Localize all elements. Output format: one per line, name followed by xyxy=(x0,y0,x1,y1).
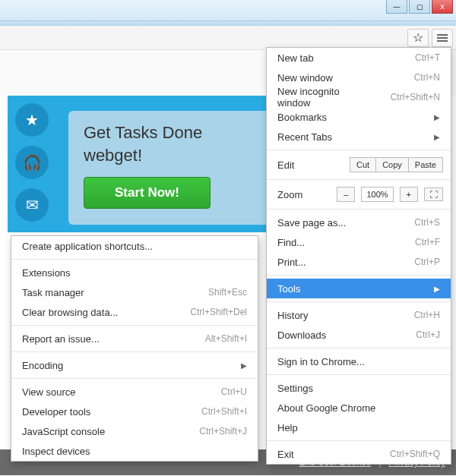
menu-print[interactable]: Print...Ctrl+P xyxy=(267,252,451,272)
hamburger-icon xyxy=(437,37,448,39)
menu-tools[interactable]: Tools▶ xyxy=(267,279,451,298)
chrome-menu-button[interactable] xyxy=(432,29,453,47)
window-titlebar: — ▢ X xyxy=(0,0,456,21)
star-icon: ☆ xyxy=(413,30,423,45)
tools-view-source[interactable]: View sourceCtrl+U xyxy=(11,382,258,402)
chrome-main-menu: New tabCtrl+T New windowCtrl+N New incog… xyxy=(266,47,451,465)
menu-find[interactable]: Find...Ctrl+F xyxy=(267,232,451,252)
menu-separator xyxy=(267,301,451,302)
menu-exit[interactable]: ExitCtrl+Shift+Q xyxy=(267,444,451,464)
menu-bookmarks[interactable]: Bookmarks▶ xyxy=(267,107,451,127)
zoom-value: 100% xyxy=(361,187,393,202)
menu-history[interactable]: HistoryCtrl+H xyxy=(267,305,451,325)
start-now-button[interactable]: Start Now! xyxy=(84,177,211,209)
menu-signin[interactable]: Sign in to Chrome... xyxy=(267,351,451,371)
menu-separator xyxy=(267,179,451,180)
zoom-label: Zoom xyxy=(274,189,331,200)
zoom-in-button[interactable]: + xyxy=(400,187,418,202)
menu-separator xyxy=(11,378,258,379)
tools-inspect-devices[interactable]: Inspect devices xyxy=(11,441,258,461)
chevron-right-icon: ▶ xyxy=(434,113,440,121)
tools-js-console[interactable]: JavaScript consoleCtrl+Shift+J xyxy=(11,421,258,441)
menu-save-as[interactable]: Save page as...Ctrl+S xyxy=(267,213,451,232)
menu-new-incognito[interactable]: New incognito windowCtrl+Shift+N xyxy=(267,87,451,107)
menu-downloads[interactable]: DownloadsCtrl+J xyxy=(267,325,451,345)
window-close-button[interactable]: X xyxy=(432,0,453,14)
copy-button[interactable]: Copy xyxy=(376,157,409,172)
mail-icon[interactable]: ✉ xyxy=(15,188,49,222)
menu-separator xyxy=(267,374,451,375)
tools-encoding[interactable]: Encoding▶ xyxy=(11,355,258,375)
tools-task-manager[interactable]: Task managerShift+Esc xyxy=(11,282,258,302)
tools-clear-data[interactable]: Clear browsing data...Ctrl+Shift+Del xyxy=(11,302,258,322)
tools-report-issue[interactable]: Report an issue...Alt+Shift+I xyxy=(11,329,258,348)
window-maximize-button[interactable]: ▢ xyxy=(409,0,430,14)
menu-separator xyxy=(267,275,451,276)
menu-separator xyxy=(11,259,258,260)
menu-separator xyxy=(267,348,451,348)
menu-new-window[interactable]: New windowCtrl+N xyxy=(267,68,451,87)
chevron-right-icon: ▶ xyxy=(434,285,440,293)
hero-line2: webget! xyxy=(84,146,142,165)
headphones-icon[interactable]: 🎧 xyxy=(15,146,49,179)
tools-submenu: Create application shortcuts... Extensio… xyxy=(11,235,258,462)
chevron-right-icon: ▶ xyxy=(434,133,440,141)
bookmark-star-button[interactable]: ☆ xyxy=(407,29,429,47)
hero-line1: Get Tasks Done xyxy=(84,123,202,142)
window-minimize-button[interactable]: — xyxy=(386,0,407,14)
edit-label: Edit xyxy=(274,159,344,171)
menu-separator xyxy=(267,150,451,150)
fullscreen-button[interactable]: ⛶ xyxy=(424,188,443,201)
menu-about[interactable]: About Google Chrome xyxy=(267,398,451,418)
menu-settings[interactable]: Settings xyxy=(267,378,451,398)
menu-separator xyxy=(11,351,258,352)
tools-create-shortcuts[interactable]: Create application shortcuts... xyxy=(11,236,258,256)
menu-new-tab[interactable]: New tabCtrl+T xyxy=(267,48,451,68)
menu-edit-row: Edit Cut Copy Paste xyxy=(267,153,451,176)
menu-help[interactable]: Help xyxy=(267,418,451,437)
cut-button[interactable]: Cut xyxy=(350,157,376,172)
menu-recent-tabs[interactable]: Recent Tabs▶ xyxy=(267,127,451,147)
menu-zoom-row: Zoom – 100% + ⛶ xyxy=(267,183,451,206)
menu-separator xyxy=(267,440,451,441)
star-icon[interactable]: ★ xyxy=(15,103,49,137)
menu-separator xyxy=(267,209,451,210)
chevron-right-icon: ▶ xyxy=(241,361,247,370)
tools-extensions[interactable]: Extensions xyxy=(11,263,258,282)
menu-separator xyxy=(11,325,258,326)
paste-button[interactable]: Paste xyxy=(409,157,443,172)
tools-developer-tools[interactable]: Developer toolsCtrl+Shift+I xyxy=(11,402,258,421)
zoom-out-button[interactable]: – xyxy=(337,187,355,202)
